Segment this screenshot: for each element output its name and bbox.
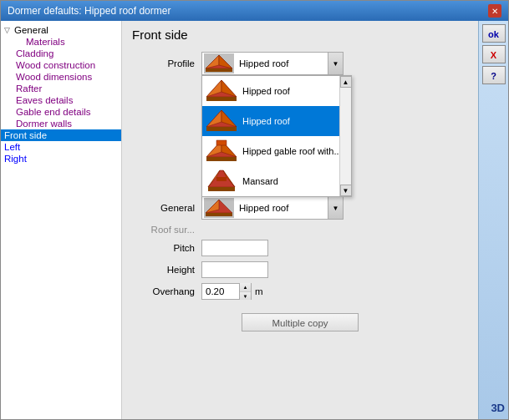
dropdown-roof-svg-4 bbox=[205, 169, 238, 194]
svg-rect-11 bbox=[206, 127, 237, 131]
profile-label: Profile bbox=[132, 58, 195, 68]
dropdown-label-hipped-2: Hipped roof bbox=[242, 116, 290, 126]
content-area: ▽ General Materials Cladding Wood constr… bbox=[1, 21, 508, 419]
window-title: Dormer defaults: Hipped roof dormer bbox=[8, 5, 171, 17]
height-row: Height bbox=[132, 261, 468, 278]
sidebar-label-dormer: Dormer walls bbox=[16, 119, 72, 129]
profile-dropdown-text: Hipped roof bbox=[236, 58, 328, 68]
ok-button[interactable]: ok bbox=[482, 24, 506, 43]
general-form-row: General Hipped roof ▼ bbox=[132, 196, 468, 220]
sidebar-item-right[interactable]: Right bbox=[1, 153, 121, 164]
sidebar-item-general[interactable]: ▽ General bbox=[1, 24, 121, 36]
dropdown-label-hipped-gable: Hipped gable roof with... bbox=[242, 146, 342, 156]
dropdown-item-hipped-gable[interactable]: Hipped gable roof with... bbox=[202, 136, 351, 166]
sidebar-label-general: General bbox=[14, 25, 48, 35]
overhang-row: Overhang 0.20 ▲ ▼ m bbox=[132, 283, 468, 300]
sidebar: ▽ General Materials Cladding Wood constr… bbox=[1, 21, 122, 419]
dropdown-roof-svg-1 bbox=[205, 78, 238, 104]
sidebar-label-wood-construction: Wood construction bbox=[16, 60, 95, 70]
dropdown-item-hipped-1[interactable]: Hipped roof bbox=[202, 76, 351, 106]
overhang-spin-input[interactable]: 0.20 ▲ ▼ bbox=[201, 283, 252, 300]
dropdown-icon-hipped-2 bbox=[204, 108, 239, 134]
roof-surface-label: Roof sur... bbox=[132, 225, 195, 235]
sidebar-label-front: Front side bbox=[4, 130, 47, 140]
help-button[interactable]: ? bbox=[482, 66, 506, 84]
profile-dropdown-icon bbox=[204, 53, 234, 73]
spin-up-button[interactable]: ▲ bbox=[240, 283, 251, 291]
svg-rect-3 bbox=[206, 68, 232, 72]
scrollbar-down-button[interactable]: ▼ bbox=[340, 185, 352, 196]
sidebar-item-gable[interactable]: Gable end details bbox=[1, 106, 121, 118]
dropdown-item-mansard[interactable]: Mansard bbox=[202, 166, 351, 196]
dropdown-label-hipped-1: Hipped roof bbox=[242, 86, 290, 96]
sidebar-label-materials: Materials bbox=[26, 37, 65, 47]
svg-marker-15 bbox=[216, 140, 227, 145]
general-dropdown-icon bbox=[204, 198, 234, 218]
sidebar-label-eaves: Eaves details bbox=[16, 95, 73, 105]
hipped-roof-icon-svg bbox=[204, 53, 234, 73]
profile-dropdown-container: Hipped roof ▼ bbox=[201, 52, 344, 75]
sidebar-item-front[interactable]: Front side bbox=[1, 129, 121, 141]
svg-rect-22 bbox=[208, 187, 235, 191]
3d-button[interactable]: 3D bbox=[491, 402, 505, 414]
main-panel: Front side Profile bbox=[122, 21, 478, 419]
dropdown-icon-mansard bbox=[204, 168, 239, 195]
profile-row: Profile Hipped roo bbox=[132, 52, 468, 75]
dropdown-label-mansard: Mansard bbox=[242, 176, 278, 186]
multiple-copy-button[interactable]: Multiple copy bbox=[242, 313, 359, 331]
cancel-button[interactable]: X bbox=[482, 45, 506, 63]
panel-title: Front side bbox=[132, 28, 468, 42]
sidebar-label-gable: Gable end details bbox=[16, 107, 91, 117]
pitch-input[interactable] bbox=[201, 240, 268, 256]
sidebar-item-left[interactable]: Left bbox=[1, 141, 121, 153]
overhang-value: 0.20 bbox=[202, 286, 239, 296]
close-button[interactable]: ✕ bbox=[488, 4, 501, 18]
general-roof-icon-svg bbox=[204, 198, 234, 218]
main-window: Dormer defaults: Hipped roof dormer ✕ ▽ … bbox=[0, 0, 509, 420]
dropdown-icon-hipped-gable bbox=[204, 138, 239, 164]
sidebar-label-right: Right bbox=[4, 154, 27, 164]
general-dropdown[interactable]: Hipped roof ▼ bbox=[201, 196, 344, 220]
sidebar-item-cladding[interactable]: Cladding bbox=[1, 48, 121, 59]
roof-surface-row: Roof sur... bbox=[132, 225, 468, 235]
sidebar-label-left: Left bbox=[4, 142, 20, 152]
dropdown-roof-svg-2 bbox=[205, 109, 238, 134]
action-bar: ok X ? 3D bbox=[478, 21, 508, 419]
dropdown-item-hipped-2[interactable]: Hipped roof bbox=[202, 106, 351, 136]
height-input[interactable] bbox=[201, 261, 268, 278]
svg-rect-7 bbox=[206, 97, 237, 101]
dropdown-roof-svg-3 bbox=[205, 139, 238, 164]
spin-arrows: ▲ ▼ bbox=[239, 283, 251, 300]
spin-down-button[interactable]: ▼ bbox=[240, 291, 251, 300]
overhang-label: Overhang bbox=[132, 286, 195, 296]
overhang-unit: m bbox=[255, 286, 263, 296]
dropdown-arrow-icon[interactable]: ▼ bbox=[328, 53, 343, 74]
sidebar-item-materials[interactable]: Materials bbox=[1, 36, 121, 48]
pitch-row: Pitch bbox=[132, 240, 468, 256]
profile-dropdown[interactable]: Hipped roof ▼ bbox=[201, 52, 344, 75]
title-bar: Dormer defaults: Hipped roof dormer ✕ bbox=[1, 1, 508, 21]
svg-rect-25 bbox=[206, 213, 232, 216]
expand-icon: ▽ bbox=[4, 26, 13, 34]
dropdown-icon-hipped-1 bbox=[204, 78, 239, 104]
sidebar-label-rafter: Rafter bbox=[16, 83, 42, 94]
sidebar-item-wood-dimensions[interactable]: Wood dimensions bbox=[1, 71, 121, 83]
general-label: General bbox=[132, 203, 195, 213]
sidebar-item-dormer[interactable]: Dormer walls bbox=[1, 118, 121, 129]
sidebar-label-cladding: Cladding bbox=[16, 48, 53, 58]
sidebar-label-wood-dimensions: Wood dimensions bbox=[16, 72, 92, 82]
overhang-input-wrap: 0.20 ▲ ▼ m bbox=[201, 283, 263, 300]
scrollbar-up-button[interactable]: ▲ bbox=[340, 76, 352, 88]
sidebar-item-wood-construction[interactable]: Wood construction bbox=[1, 59, 121, 71]
pitch-label: Pitch bbox=[132, 243, 195, 253]
sidebar-item-rafter[interactable]: Rafter bbox=[1, 83, 121, 94]
general-dropdown-arrow-icon[interactable]: ▼ bbox=[328, 197, 343, 219]
general-dropdown-text: Hipped roof bbox=[236, 203, 328, 213]
profile-dropdown-list: Hipped roof bbox=[201, 75, 352, 197]
svg-rect-16 bbox=[206, 157, 237, 161]
svg-rect-21 bbox=[216, 177, 227, 181]
height-label: Height bbox=[132, 265, 195, 275]
sidebar-item-eaves[interactable]: Eaves details bbox=[1, 94, 121, 106]
dropdown-scrollbar: ▲ ▼ bbox=[339, 76, 351, 196]
